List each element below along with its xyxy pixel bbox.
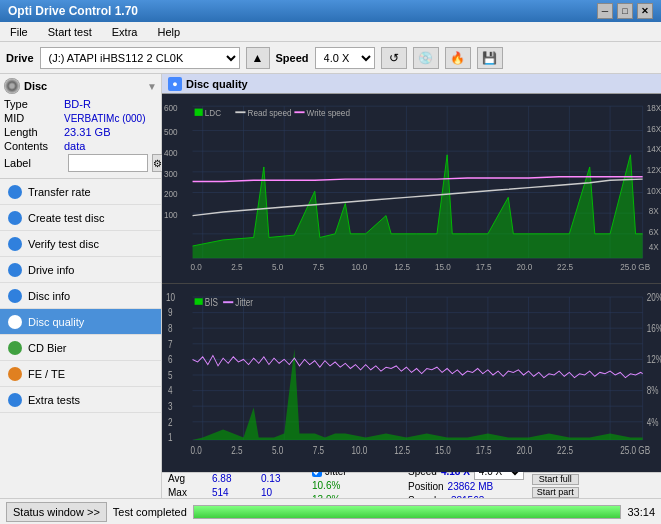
menu-help[interactable]: Help bbox=[151, 24, 186, 40]
chart-ldc-svg: 600 500 400 300 200 100 18X 16X 14X 12X … bbox=[162, 94, 661, 283]
eject-button[interactable]: ▲ bbox=[246, 47, 270, 69]
nav-icon-create bbox=[8, 211, 22, 225]
menu-start-test[interactable]: Start test bbox=[42, 24, 98, 40]
svg-text:7.5: 7.5 bbox=[313, 262, 324, 273]
svg-text:100: 100 bbox=[164, 209, 178, 220]
nav-create-test-disc[interactable]: Create test disc bbox=[0, 205, 161, 231]
progress-bar-container bbox=[193, 505, 622, 519]
jitter-max-row: 13.9% bbox=[312, 493, 402, 499]
svg-text:20.0: 20.0 bbox=[516, 262, 532, 273]
burn-button[interactable]: 🔥 bbox=[445, 47, 471, 69]
nav-extra-tests[interactable]: Extra tests bbox=[0, 387, 161, 413]
nav-disc-info[interactable]: Disc info bbox=[0, 283, 161, 309]
disc-contents-label: Contents bbox=[4, 140, 64, 152]
nav-label-drive: Drive info bbox=[28, 264, 74, 276]
nav-transfer-rate[interactable]: Transfer rate bbox=[0, 179, 161, 205]
start-full-button[interactable]: Start full bbox=[532, 474, 579, 485]
svg-text:12%: 12% bbox=[647, 354, 661, 365]
svg-text:15.0: 15.0 bbox=[435, 262, 451, 273]
svg-text:16X: 16X bbox=[647, 123, 661, 134]
refresh-button[interactable]: ↺ bbox=[381, 47, 407, 69]
svg-text:6: 6 bbox=[168, 354, 173, 365]
svg-text:0.0: 0.0 bbox=[191, 262, 202, 273]
jitter-max: 13.9% bbox=[312, 494, 340, 499]
disc-type-row: Type BD-R bbox=[4, 98, 157, 110]
jitter-avg-row: 10.6% bbox=[312, 479, 402, 493]
nav-label-verify: Verify test disc bbox=[28, 238, 99, 250]
chart-bis-svg: 10 9 8 7 6 5 4 3 2 1 20% 16% 12% 8% 4% bbox=[162, 284, 661, 473]
chart-ldc: 600 500 400 300 200 100 18X 16X 14X 12X … bbox=[162, 94, 661, 284]
speed-select[interactable]: 4.0 X bbox=[315, 47, 375, 69]
svg-text:12X: 12X bbox=[647, 164, 661, 175]
svg-text:2.5: 2.5 bbox=[231, 445, 242, 456]
svg-text:7.5: 7.5 bbox=[313, 445, 324, 456]
svg-text:10X: 10X bbox=[647, 185, 661, 196]
status-window-button[interactable]: Status window >> bbox=[6, 502, 107, 522]
chart-bis: 10 9 8 7 6 5 4 3 2 1 20% 16% 12% 8% 4% bbox=[162, 284, 661, 473]
menu-file[interactable]: File bbox=[4, 24, 34, 40]
nav-icon-fe-te bbox=[8, 367, 22, 381]
disc-contents-row: Contents data bbox=[4, 140, 157, 152]
stats-max-row: Max 514 10 bbox=[168, 486, 308, 499]
svg-text:8%: 8% bbox=[647, 385, 659, 396]
disc-header: Disc ▼ bbox=[4, 78, 157, 94]
cd-button[interactable]: 💿 bbox=[413, 47, 439, 69]
stats-avg-row: Avg 6.88 0.13 bbox=[168, 472, 308, 486]
status-text: Test completed bbox=[113, 506, 187, 518]
nav-icon-drive bbox=[8, 263, 22, 277]
nav-label-extra: Extra tests bbox=[28, 394, 80, 406]
disc-length-label: Length bbox=[4, 126, 64, 138]
close-button[interactable]: ✕ bbox=[637, 3, 653, 19]
nav-icon-disc-quality bbox=[8, 315, 22, 329]
nav-drive-info[interactable]: Drive info bbox=[0, 257, 161, 283]
svg-text:9: 9 bbox=[168, 307, 173, 318]
svg-text:10.0: 10.0 bbox=[351, 262, 367, 273]
svg-text:2: 2 bbox=[168, 416, 173, 427]
status-time: 33:14 bbox=[627, 506, 655, 518]
position-label: Position bbox=[408, 480, 444, 494]
nav-cd-bier[interactable]: CD Bier bbox=[0, 335, 161, 361]
app-title: Opti Drive Control 1.70 bbox=[8, 4, 138, 18]
nav-label-create: Create test disc bbox=[28, 212, 104, 224]
disc-length-row: Length 23.31 GB bbox=[4, 126, 157, 138]
progress-bar-fill bbox=[194, 506, 621, 518]
svg-text:5.0: 5.0 bbox=[272, 445, 283, 456]
svg-rect-103 bbox=[195, 298, 203, 305]
stats-ldc-max: 514 bbox=[212, 486, 257, 499]
nav-label-disc-info: Disc info bbox=[28, 290, 70, 302]
minimize-button[interactable]: ─ bbox=[597, 3, 613, 19]
svg-text:10.0: 10.0 bbox=[351, 445, 367, 456]
drive-toolbar: Drive (J:) ATAPI iHBS112 2 CL0K ▲ Speed … bbox=[0, 42, 661, 74]
nav-icon-disc-info bbox=[8, 289, 22, 303]
nav-disc-quality[interactable]: Disc quality bbox=[0, 309, 161, 335]
svg-text:7: 7 bbox=[168, 338, 173, 349]
disc-length-value: 23.31 GB bbox=[64, 126, 110, 138]
jitter-avg: 10.6% bbox=[312, 480, 340, 491]
drive-select[interactable]: (J:) ATAPI iHBS112 2 CL0K bbox=[40, 47, 240, 69]
drive-label: Drive bbox=[6, 52, 34, 64]
speed-label: Speed bbox=[276, 52, 309, 64]
disc-label-input[interactable] bbox=[68, 154, 148, 172]
save-button[interactable]: 💾 bbox=[477, 47, 503, 69]
nav-verify-test-disc[interactable]: Verify test disc bbox=[0, 231, 161, 257]
svg-text:400: 400 bbox=[164, 147, 178, 158]
svg-rect-53 bbox=[162, 284, 661, 473]
nav-fe-te[interactable]: FE / TE bbox=[0, 361, 161, 387]
disc-mid-label: MID bbox=[4, 112, 64, 124]
menu-extra[interactable]: Extra bbox=[106, 24, 144, 40]
nav-icon-transfer bbox=[8, 185, 22, 199]
start-part-button[interactable]: Start part bbox=[532, 487, 579, 498]
disc-label-label: Label bbox=[4, 157, 64, 169]
svg-text:5: 5 bbox=[168, 369, 173, 380]
disc-expand-icon[interactable]: ▼ bbox=[147, 81, 157, 92]
disc-mid-value: VERBATIMc (000) bbox=[64, 113, 146, 124]
right-panel: ● Disc quality bbox=[162, 74, 661, 498]
maximize-button[interactable]: □ bbox=[617, 3, 633, 19]
disc-type-label: Type bbox=[4, 98, 64, 110]
stats-bis-avg: 0.13 bbox=[261, 472, 301, 486]
nav-section: Transfer rate Create test disc Verify te… bbox=[0, 179, 161, 498]
disc-section: Disc ▼ Type BD-R MID VERBATIMc (000) Len… bbox=[0, 74, 161, 179]
disc-type-value: BD-R bbox=[64, 98, 91, 110]
svg-text:1: 1 bbox=[168, 432, 173, 443]
nav-label-transfer: Transfer rate bbox=[28, 186, 91, 198]
